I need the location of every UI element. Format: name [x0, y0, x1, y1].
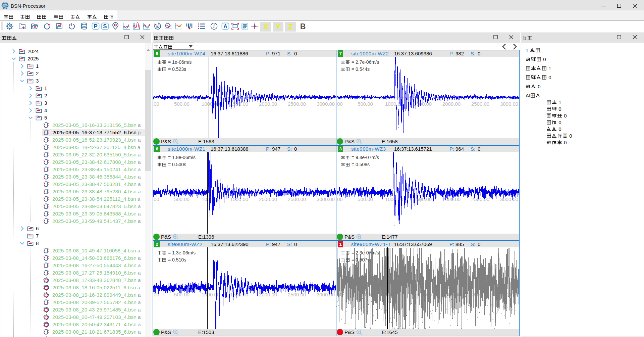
- svg-text:1000.00: 1000.00: [202, 101, 220, 107]
- svg-text:3000.00: 3000.00: [500, 101, 518, 107]
- svg-text:2000.00: 2000.00: [259, 101, 277, 107]
- svg-text:A: A: [223, 23, 227, 29]
- svg-text:500.00: 500.00: [358, 101, 373, 107]
- svg-text:500.00: 500.00: [174, 292, 190, 297]
- svg-text:3000.00: 3000.00: [317, 292, 335, 297]
- svg-text:500.00: 500.00: [174, 101, 190, 107]
- svg-text:1500.00: 1500.00: [414, 196, 432, 202]
- svg-text:2000.00: 2000.00: [442, 196, 461, 202]
- svg-text:2000.00: 2000.00: [259, 196, 277, 202]
- svg-text:2500.00: 2500.00: [288, 196, 306, 202]
- svg-text:00: 00: [337, 101, 343, 107]
- svg-text:00: 00: [154, 196, 159, 202]
- svg-text:2500.00: 2500.00: [471, 196, 489, 202]
- svg-text:2000.00: 2000.00: [442, 101, 461, 107]
- svg-text:2500.00: 2500.00: [288, 292, 306, 297]
- svg-text:S: S: [103, 23, 107, 30]
- svg-text:500.00: 500.00: [174, 196, 190, 202]
- svg-text:00: 00: [154, 101, 159, 107]
- svg-text:3000.00: 3000.00: [317, 101, 335, 107]
- svg-text:P: P: [94, 23, 97, 30]
- svg-text:1500.00: 1500.00: [230, 196, 248, 202]
- svg-text:00: 00: [337, 196, 343, 202]
- svg-text:500.00: 500.00: [358, 196, 373, 202]
- svg-text:i: i: [213, 24, 215, 29]
- svg-text:1000.00: 1000.00: [202, 292, 220, 297]
- svg-text:2500.00: 2500.00: [288, 101, 306, 107]
- svg-text:2500.00: 2500.00: [471, 101, 489, 107]
- svg-text:3000.00: 3000.00: [317, 196, 335, 202]
